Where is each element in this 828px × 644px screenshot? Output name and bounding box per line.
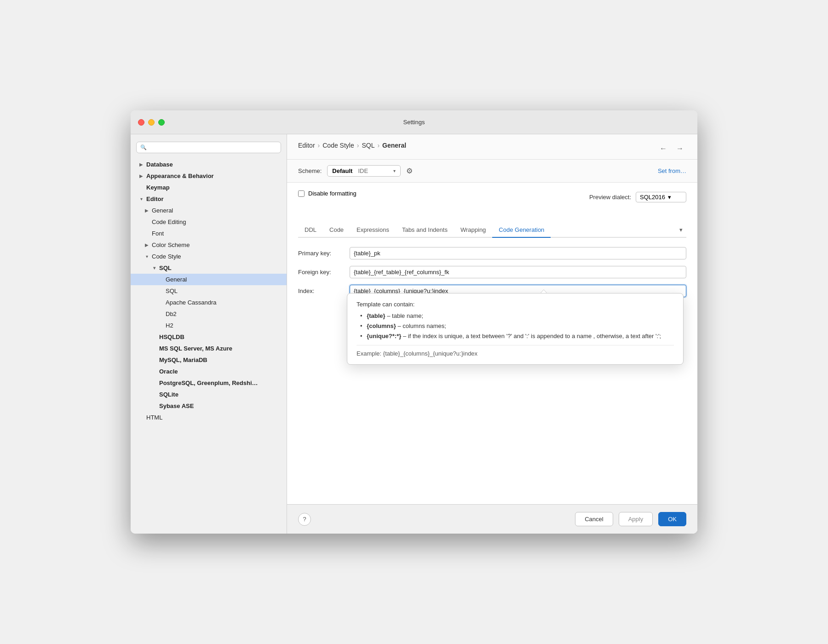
tab-ddl[interactable]: DDL <box>298 223 323 238</box>
back-button[interactable]: ← <box>657 144 670 154</box>
breadcrumb-code-style: Code Style <box>322 142 354 149</box>
nav-arrows: ← → <box>657 144 686 154</box>
sidebar-item-code-editing[interactable]: Code Editing <box>131 216 287 228</box>
sidebar-label: Appearance & Behavior <box>146 172 279 179</box>
tooltip-caret <box>540 290 547 293</box>
gear-button[interactable]: ⚙ <box>406 167 413 175</box>
sidebar-item-appearance[interactable]: ▶ Appearance & Behavior <box>131 170 287 182</box>
chevron-icon: ▾ <box>144 254 150 259</box>
scheme-name: Default <box>332 167 352 174</box>
search-wrap[interactable]: 🔍 <box>136 142 281 153</box>
chevron-icon: ▾ <box>138 196 144 201</box>
tab-tabs-indents[interactable]: Tabs and Indents <box>396 223 454 238</box>
sidebar-label: Oracle <box>159 368 279 375</box>
primary-key-input[interactable] <box>350 247 686 259</box>
sidebar-item-mssql[interactable]: MS SQL Server, MS Azure <box>131 343 287 354</box>
chevron-icon: ▾ <box>151 265 157 270</box>
sidebar-item-db2[interactable]: Db2 <box>131 308 287 320</box>
breadcrumb: Editor › Code Style › SQL › General <box>298 142 406 149</box>
search-input[interactable] <box>150 144 277 151</box>
sidebar-label: PostgreSQL, Greenplum, Redshi… <box>159 380 279 386</box>
tab-code[interactable]: Code <box>323 223 350 238</box>
tab-code-generation[interactable]: Code Generation <box>492 223 551 238</box>
sidebar-item-h2[interactable]: H2 <box>131 320 287 331</box>
minimize-button[interactable] <box>148 119 155 126</box>
scheme-row: Scheme: Default IDE ▾ ⚙ Set from… <box>287 160 697 183</box>
tab-expressions[interactable]: Expressions <box>350 223 396 238</box>
bottom-bar: ? Cancel Apply OK <box>287 504 697 534</box>
scheme-label: Scheme: <box>298 167 322 174</box>
set-from-link[interactable]: Set from… <box>658 167 686 174</box>
breadcrumb-editor: Editor <box>298 142 315 149</box>
ok-button[interactable]: OK <box>658 512 686 526</box>
disable-formatting-row: Disable formatting <box>298 190 356 197</box>
sidebar-item-database[interactable]: ▶ Database <box>131 159 287 170</box>
sidebar-label: SQLite <box>159 391 279 398</box>
sidebar-item-general-sql[interactable]: General <box>131 274 287 285</box>
sidebar-label: HSQLDB <box>159 334 279 340</box>
sidebar-label: H2 <box>166 322 279 329</box>
breadcrumb-general: General <box>382 142 406 149</box>
chevron-icon: ▶ <box>144 242 150 247</box>
preview-dialect-row: Preview dialect: SQL2016 ▾ <box>589 192 686 202</box>
disable-formatting-checkbox[interactable] <box>298 190 305 197</box>
maximize-button[interactable] <box>158 119 165 126</box>
sidebar-label: Font <box>152 230 279 237</box>
sidebar-item-keymap[interactable]: Keymap <box>131 182 287 193</box>
tooltip-title: Template can contain: <box>356 301 674 308</box>
tooltip-popup: Template can contain: • {table} – table … <box>347 293 684 365</box>
sidebar-label: HTML <box>146 414 279 421</box>
dialect-dropdown[interactable]: SQL2016 ▾ <box>636 192 686 202</box>
tooltip-item-unique: • {unique?*:*} – if the index is unique,… <box>356 333 674 339</box>
sidebar-label: Db2 <box>166 310 279 317</box>
sidebar-label: MySQL, MariaDB <box>159 356 279 363</box>
sidebar-item-font[interactable]: Font <box>131 228 287 239</box>
sidebar-label: Keymap <box>146 184 279 191</box>
sidebar-label: Database <box>146 161 279 168</box>
apply-button[interactable]: Apply <box>619 512 653 526</box>
scheme-dropdown[interactable]: Default IDE ▾ <box>327 165 401 177</box>
tabs-row: DDL Code Expressions Tabs and Indents Wr… <box>298 223 686 238</box>
main-panel: Editor › Code Style › SQL › General ← → <box>287 134 697 534</box>
sidebar-label: General <box>166 276 279 283</box>
sidebar-item-html[interactable]: HTML <box>131 412 287 423</box>
sidebar-item-code-style[interactable]: ▾ Code Style <box>131 251 287 262</box>
sidebar-item-hsqldb[interactable]: HSQLDB <box>131 331 287 343</box>
chevron-down-icon: ▾ <box>393 168 396 173</box>
cancel-button[interactable]: Cancel <box>575 512 613 526</box>
sidebar-item-sybase[interactable]: Sybase ASE <box>131 400 287 412</box>
sidebar-item-general[interactable]: ▶ General <box>131 205 287 216</box>
close-button[interactable] <box>138 119 144 126</box>
tooltip-item-table: • {table} – table name; <box>356 312 674 319</box>
sidebar-item-sql[interactable]: ▾ SQL <box>131 262 287 274</box>
sidebar-item-mysql[interactable]: MySQL, MariaDB <box>131 354 287 366</box>
sidebar-item-oracle[interactable]: Oracle <box>131 366 287 377</box>
sidebar-item-sql-sub[interactable]: SQL <box>131 285 287 297</box>
primary-key-row: Primary key: <box>298 247 686 259</box>
sidebar-item-postgres[interactable]: PostgreSQL, Greenplum, Redshi… <box>131 377 287 389</box>
sidebar-item-editor[interactable]: ▾ Editor <box>131 193 287 205</box>
titlebar: Settings <box>131 110 697 134</box>
sidebar-label: Editor <box>146 196 279 202</box>
sidebar-label: SQL <box>166 288 279 294</box>
settings-window: Settings 🔍 ▶ Database ▶ Appearance & Beh… <box>131 110 697 534</box>
help-button[interactable]: ? <box>298 513 311 526</box>
sidebar-item-color-scheme[interactable]: ▶ Color Scheme <box>131 239 287 251</box>
sidebar-label: Sybase ASE <box>159 402 279 409</box>
tab-more-icon[interactable]: ▾ <box>676 223 686 237</box>
traffic-lights <box>138 119 165 126</box>
sidebar-label: Color Scheme <box>152 242 279 248</box>
sidebar-label: General <box>152 207 279 214</box>
tab-wrapping[interactable]: Wrapping <box>454 223 492 238</box>
sidebar-label: SQL <box>159 264 279 271</box>
preview-dialect-label: Preview dialect: <box>589 194 631 201</box>
sidebar-item-apache[interactable]: Apache Cassandra <box>131 297 287 308</box>
foreign-key-row: Foreign key: <box>298 266 686 278</box>
forward-button[interactable]: → <box>673 144 686 154</box>
foreign-key-label: Foreign key: <box>298 269 344 276</box>
index-label: Index: <box>298 288 344 294</box>
sidebar-item-sqlite[interactable]: SQLite <box>131 389 287 400</box>
scheme-sub: IDE <box>358 167 368 174</box>
sidebar-label: MS SQL Server, MS Azure <box>159 345 279 352</box>
foreign-key-input[interactable] <box>350 266 686 278</box>
